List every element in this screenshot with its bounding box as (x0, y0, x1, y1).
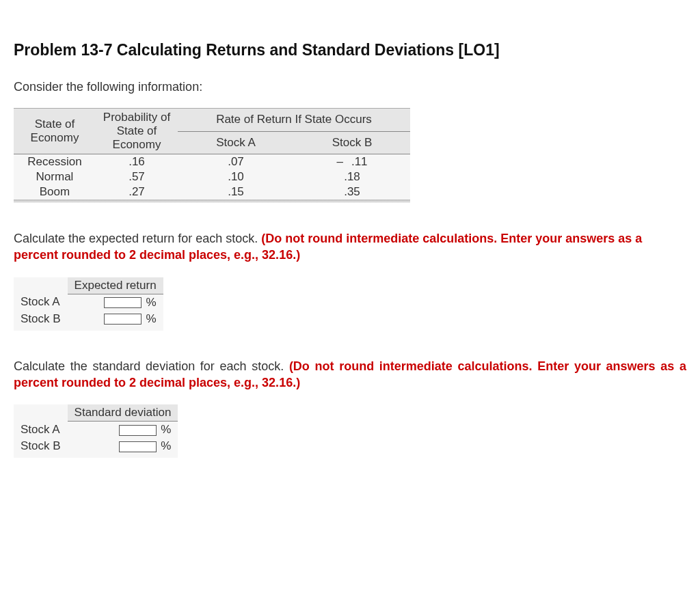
problem-title: Problem 13-7 Calculating Returns and Sta… (14, 41, 686, 59)
table-row: Boom .27 .15 .35 (14, 184, 410, 199)
minus-sign: – (336, 155, 342, 169)
table-row: Recession .16 .07 – .11 (14, 154, 410, 170)
row-label-stock-a: Stock A (14, 422, 68, 439)
standard-deviation-stock-a-input[interactable] (119, 425, 157, 436)
percent-label: % (146, 296, 156, 309)
question-expected-return: Calculate the expected return for each s… (14, 230, 686, 264)
percent-label: % (146, 312, 156, 325)
percent-label: % (161, 439, 171, 452)
table-row: Normal .57 .10 .18 (14, 169, 410, 184)
standard-deviation-table: Standard deviation Stock A % Stock B % (14, 404, 178, 458)
col-header-stock-b: Stock B (294, 131, 410, 154)
percent-label: % (161, 423, 171, 436)
standard-deviation-stock-b-input[interactable] (119, 441, 157, 452)
intro-text: Consider the following information: (14, 80, 686, 94)
col-header-state: State of Economy (14, 109, 96, 154)
row-label-stock-b: Stock B (14, 311, 68, 327)
row-label-stock-b: Stock B (14, 438, 68, 454)
expected-return-stock-b-input[interactable] (104, 314, 142, 325)
standard-deviation-header: Standard deviation (68, 404, 178, 422)
col-header-prob: Probability of State of Economy (96, 109, 178, 154)
row-label-stock-a: Stock A (14, 294, 68, 311)
information-table: State of Economy Probability of State of… (14, 108, 410, 203)
col-header-stock-a: Stock A (178, 131, 294, 154)
col-header-rate-spanner: Rate of Return If State Occurs (178, 109, 410, 132)
expected-return-table: Expected return Stock A % Stock B % (14, 277, 163, 331)
question-standard-deviation: Calculate the standard deviation for eac… (14, 358, 686, 391)
expected-return-header: Expected return (68, 277, 163, 294)
expected-return-stock-a-input[interactable] (104, 297, 142, 308)
